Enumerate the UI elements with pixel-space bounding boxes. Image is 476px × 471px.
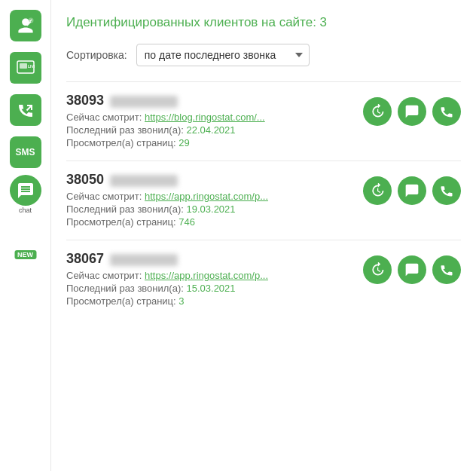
client-name: 38067: [66, 251, 363, 267]
client-name-blurred: [110, 96, 178, 108]
sidebar-item-users[interactable]: [6, 6, 45, 45]
sidebar-item-sms[interactable]: SMS: [6, 133, 45, 172]
client-card: 38093 Сейчас смотрит: https://blog.ringo…: [66, 81, 461, 161]
client-last-call: Последний раз звонил(а): 15.03.2021: [66, 283, 363, 294]
call-button[interactable]: [432, 255, 461, 284]
client-pages: Просмотрел(а) страниц: 29: [66, 137, 363, 148]
user-identified-icon: [10, 10, 41, 41]
client-name: 38050: [66, 172, 363, 188]
call-history-icon: [10, 94, 41, 126]
client-last-call: Последний раз звонил(а): 19.03.2021: [66, 203, 363, 215]
chat-button[interactable]: [398, 255, 426, 284]
sidebar-item-team[interactable]: NEW: [6, 217, 45, 256]
sidebar-item-live[interactable]: LIVE: [6, 48, 45, 87]
client-card: 38067 Сейчас смотрит: https://app.ringos…: [66, 240, 461, 319]
client-list: 38093 Сейчас смотрит: https://blog.ringo…: [66, 81, 461, 319]
chat-button[interactable]: [398, 97, 426, 126]
sidebar-item-chat[interactable]: chat: [6, 175, 45, 214]
client-pages: Просмотрел(а) страниц: 3: [66, 295, 363, 307]
client-watching: Сейчас смотрит: https://app.ringostat.co…: [66, 191, 363, 202]
sort-label: Сортировка:: [66, 49, 127, 61]
main-content: Идентифицированных клиентов на сайте: 3 …: [51, 0, 476, 471]
sms-icon: SMS: [10, 136, 41, 168]
history-button[interactable]: [363, 176, 392, 205]
watching-link[interactable]: https://app.ringostat.com/p...: [145, 270, 268, 281]
client-card: 38050 Сейчас смотрит: https://app.ringos…: [66, 161, 461, 240]
svg-text:LIVE: LIVE: [28, 64, 35, 69]
client-name-blurred: [110, 254, 178, 266]
watching-link[interactable]: https://app.ringostat.com/p...: [145, 191, 268, 202]
chat-label: chat: [19, 206, 32, 214]
watching-link[interactable]: https://blog.ringostat.com/...: [145, 112, 265, 123]
client-watching: Сейчас смотрит: https://blog.ringostat.c…: [66, 112, 363, 123]
chat-icon: [10, 175, 41, 206]
team-icon: [10, 221, 41, 252]
history-button[interactable]: [363, 97, 392, 126]
client-last-call: Последний раз звонил(а): 22.04.2021: [66, 124, 363, 136]
sidebar-item-calls[interactable]: [6, 90, 45, 130]
history-button[interactable]: [363, 255, 392, 284]
live-icon: LIVE: [10, 52, 41, 84]
client-actions: [363, 97, 461, 126]
client-name-blurred: [110, 175, 178, 187]
new-badge: NEW: [14, 250, 36, 259]
client-watching: Сейчас смотрит: https://app.ringostat.co…: [66, 270, 363, 281]
client-actions: [363, 176, 461, 205]
call-button[interactable]: [432, 97, 461, 126]
client-info: 38050 Сейчас смотрит: https://app.ringos…: [66, 172, 363, 229]
client-name: 38093: [66, 93, 363, 109]
page-title: Идентифицированных клиентов на сайте: 3: [66, 15, 461, 30]
chat-button[interactable]: [398, 176, 426, 205]
client-pages: Просмотрел(а) страниц: 746: [66, 216, 363, 228]
sort-select[interactable]: по дате последнего звонка по количеству …: [136, 44, 310, 66]
client-actions: [363, 255, 461, 284]
client-info: 38067 Сейчас смотрит: https://app.ringos…: [66, 251, 363, 308]
sidebar: LIVE SMS chat NEW: [0, 0, 51, 471]
svg-rect-2: [20, 63, 27, 69]
client-info: 38093 Сейчас смотрит: https://blog.ringo…: [66, 93, 363, 150]
call-button[interactable]: [432, 176, 461, 205]
sort-row: Сортировка: по дате последнего звонка по…: [66, 44, 461, 66]
